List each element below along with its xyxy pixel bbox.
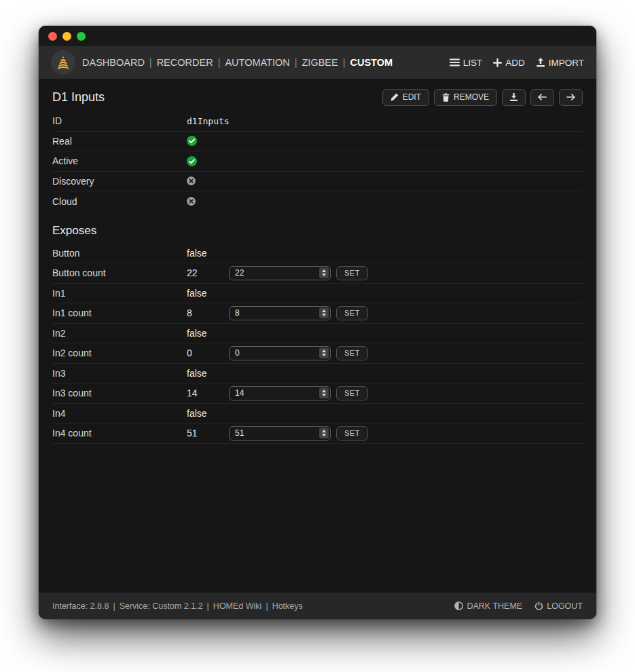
pencil-icon: [391, 93, 399, 101]
expose-value: false: [187, 368, 207, 379]
set-button[interactable]: SET: [336, 346, 368, 360]
next-device-button[interactable]: [559, 89, 583, 106]
properties-table: ID d1Inputs Real Active Discovery: [52, 111, 583, 212]
import-button-label: IMPORT: [549, 58, 584, 68]
import-button[interactable]: IMPORT: [536, 58, 584, 68]
add-button-label: ADD: [505, 58, 525, 68]
stepper-up-icon[interactable]: [322, 390, 326, 392]
logout-label: LOGOUT: [547, 601, 583, 611]
nav-separator: |: [295, 57, 297, 68]
export-button[interactable]: [502, 89, 526, 106]
check-circle-icon: [187, 156, 197, 166]
expose-value: false: [187, 288, 207, 299]
stepper-up-icon[interactable]: [322, 430, 326, 432]
nav-item-dashboard[interactable]: DASHBOARD: [82, 57, 145, 68]
page-title: D1 Inputs: [52, 90, 105, 105]
stepper-control[interactable]: [319, 307, 329, 318]
nav-item-zigbee[interactable]: ZIGBEE: [302, 57, 338, 68]
stepper-down-icon[interactable]: [322, 434, 326, 436]
count-input[interactable]: [229, 306, 331, 320]
previous-device-button[interactable]: [530, 89, 554, 106]
expose-label: Button: [52, 248, 187, 259]
count-input[interactable]: [229, 386, 331, 400]
stepper-up-icon[interactable]: [322, 269, 326, 272]
expose-label: Button count: [52, 267, 187, 278]
add-button[interactable]: ADD: [493, 58, 525, 68]
expose-label: In3: [52, 368, 187, 379]
stepper-control[interactable]: [319, 388, 329, 398]
table-row: Button false: [52, 244, 583, 264]
stepper-up-icon[interactable]: [322, 310, 326, 312]
cross-circle-icon: [187, 197, 196, 206]
minimize-window-button[interactable]: [62, 32, 71, 41]
close-window-button[interactable]: [48, 32, 57, 41]
zoom-window-button[interactable]: [77, 32, 86, 41]
check-circle-icon: [187, 136, 197, 146]
table-row: In4 count 51 SET: [52, 424, 583, 444]
set-button[interactable]: SET: [336, 386, 368, 400]
page-head: D1 Inputs EDIT REMOVE: [52, 87, 583, 107]
edit-button[interactable]: EDIT: [382, 89, 429, 106]
table-row: In1 count 8 SET: [52, 303, 583, 324]
property-label: Discovery: [52, 176, 187, 187]
count-input[interactable]: [229, 426, 331, 441]
expose-value: 0: [187, 348, 229, 358]
nav-item-recorder[interactable]: RECORDER: [157, 57, 213, 68]
table-row: In3 count 14 SET: [52, 384, 583, 404]
stepper-up-icon[interactable]: [322, 350, 326, 352]
number-input-wrap: [229, 306, 331, 320]
main-content: D1 Inputs EDIT REMOVE: [39, 79, 596, 593]
nav-separator: |: [149, 57, 152, 68]
footer-separator: |: [207, 601, 209, 611]
nav-separator: |: [218, 57, 221, 68]
count-input[interactable]: [229, 266, 331, 280]
dark-theme-label: DARK THEME: [467, 601, 522, 611]
nav-item-automation[interactable]: AUTOMATION: [225, 57, 289, 68]
stepper-control[interactable]: [319, 428, 329, 438]
remove-button-label: REMOVE: [454, 92, 489, 102]
stepper-down-icon[interactable]: [322, 274, 326, 276]
table-row: In3 false: [52, 364, 583, 384]
expose-label: In1 count: [52, 307, 187, 318]
dark-theme-toggle[interactable]: DARK THEME: [454, 601, 522, 611]
wiki-link[interactable]: HOMEd Wiki: [213, 601, 262, 611]
list-button[interactable]: LIST: [450, 58, 483, 68]
set-button[interactable]: SET: [336, 266, 368, 280]
footer: Interface: 2.8.8 | Service: Custom 2.1.2…: [39, 593, 596, 619]
traffic-lights: [48, 32, 86, 41]
stepper-control[interactable]: [319, 267, 329, 278]
app-window: DASHBOARD | RECORDER | AUTOMATION | ZIGB…: [39, 26, 596, 619]
expose-value: false: [187, 328, 207, 339]
table-row: In1 false: [52, 284, 583, 304]
list-icon: [450, 58, 460, 67]
footer-separator: |: [266, 601, 268, 611]
table-row: ID d1Inputs: [52, 111, 583, 132]
theme-icon: [454, 601, 463, 610]
hotkeys-link[interactable]: Hotkeys: [272, 601, 303, 611]
remove-button[interactable]: REMOVE: [434, 89, 497, 106]
set-button[interactable]: SET: [336, 306, 368, 320]
top-nav: DASHBOARD | RECORDER | AUTOMATION | ZIGB…: [39, 46, 596, 79]
stepper-down-icon[interactable]: [322, 314, 326, 316]
number-input-wrap: [229, 346, 331, 360]
homed-logo-icon[interactable]: [51, 50, 75, 75]
stepper-down-icon[interactable]: [322, 354, 326, 356]
arrow-right-icon: [566, 94, 575, 100]
trash-icon: [442, 93, 450, 102]
footer-actions: DARK THEME LOGOUT: [454, 601, 583, 611]
logout-button[interactable]: LOGOUT: [534, 601, 583, 611]
table-row: In2 count 0 SET: [52, 343, 583, 364]
stepper-down-icon[interactable]: [322, 394, 326, 396]
table-row: Button count 22 SET: [52, 263, 583, 284]
set-button[interactable]: SET: [336, 426, 368, 441]
exposes-table: Button false Button count 22 SET In1 fal…: [52, 244, 583, 444]
nav-item-custom[interactable]: CUSTOM: [350, 57, 393, 68]
table-row: Cloud: [52, 191, 583, 212]
property-label: Real: [52, 136, 187, 147]
expose-label: In4: [52, 408, 187, 419]
stepper-control[interactable]: [319, 348, 329, 358]
expose-value: 14: [187, 388, 229, 398]
expose-label: In4 count: [52, 428, 187, 438]
plus-icon: [493, 58, 502, 67]
count-input[interactable]: [229, 346, 331, 360]
